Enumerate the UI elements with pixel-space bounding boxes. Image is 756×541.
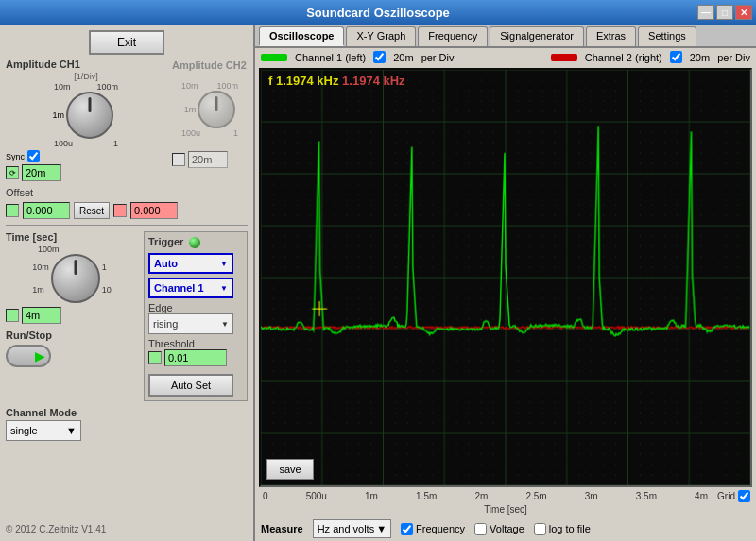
amplitude-ch2-label: Amplitude CH2	[172, 59, 247, 71]
log-checkbox[interactable]	[534, 523, 546, 535]
time-knob-mid-right: 1	[102, 262, 112, 272]
close-button[interactable]: ✕	[735, 5, 752, 20]
time-trigger-row: Time [sec] 100m 10m 1m 1 10	[6, 231, 248, 401]
ch1-checkbox[interactable]	[373, 51, 386, 63]
time-input[interactable]	[22, 307, 61, 324]
exit-button[interactable]: Exit	[89, 30, 164, 55]
x-label-1.5m: 1.5m	[416, 491, 437, 501]
reset-button[interactable]: Reset	[74, 202, 110, 219]
tab-settings[interactable]: Settings	[638, 26, 696, 46]
ch1-knob-left: 1m	[52, 110, 64, 120]
voltage-label: Voltage	[490, 523, 524, 534]
edge-value: rising	[153, 318, 178, 330]
ch2-div-input[interactable]	[188, 151, 228, 168]
tab-xy-graph[interactable]: X-Y Graph	[346, 26, 416, 46]
ch2-knob-bot-right: 1	[233, 128, 238, 138]
ch2-div-icon	[172, 153, 185, 166]
amplitude-ch1-knob[interactable]	[66, 92, 113, 139]
ch1-div-icon: ⟳	[6, 166, 19, 179]
x-label-1m: 1m	[365, 491, 378, 501]
ch1-knob-top-left: 10m	[54, 82, 71, 92]
run-stop-label: Run/Stop	[6, 330, 138, 341]
trigger-led	[189, 237, 200, 248]
grid-label: Grid	[717, 491, 735, 501]
trigger-channel-arrow: ▼	[220, 284, 228, 293]
threshold-label: Threshold	[148, 338, 243, 349]
voltage-checkbox[interactable]	[474, 523, 487, 535]
trigger-channel-dropdown[interactable]: Channel 1 ▼	[148, 278, 233, 298]
ch2-per-div-label: per Div	[717, 52, 750, 63]
x-label-2m: 2m	[474, 491, 488, 501]
x-label-3.5m: 3.5m	[636, 491, 657, 501]
unit-div-label: [1/Div]	[6, 72, 166, 81]
threshold-input[interactable]	[164, 349, 227, 366]
ch1-knob-mid-top: 100m	[96, 82, 118, 92]
sync-checkbox[interactable]	[27, 150, 40, 162]
trigger-mode-arrow: ▼	[220, 260, 228, 268]
freq-value2: 1.1974	[342, 74, 380, 88]
tab-oscilloscope[interactable]: Oscilloscope	[259, 26, 344, 46]
measure-dropdown[interactable]: Hz and volts ▼	[313, 519, 391, 538]
x-label-0: 0	[263, 491, 268, 501]
grid-checkbox[interactable]	[738, 490, 750, 502]
channel-mode-arrow: ▼	[66, 425, 77, 436]
copyright: © 2012 C.Zeitnitz V1.41	[6, 524, 106, 534]
save-button[interactable]: save	[266, 459, 314, 480]
frequency-checkbox[interactable]	[401, 523, 413, 535]
channel-mode-value: single	[10, 425, 38, 436]
title-bar: Soundcard Oszilloscope — □ ✕	[0, 0, 756, 25]
right-panel: Oscilloscope X-Y Graph Frequency Signalg…	[255, 25, 756, 541]
offset-ch1-icon	[6, 204, 19, 217]
time-knob[interactable]	[51, 254, 100, 303]
x-label-500u: 500u	[306, 491, 327, 501]
time-knob-bot-right: 10	[102, 285, 112, 295]
channel-mode-select[interactable]: single ▼	[6, 420, 81, 441]
ch1-knob-bot-left: 100u	[54, 139, 73, 148]
trigger-mode-dropdown[interactable]: Auto ▼	[148, 253, 233, 274]
ch2-knob-top-left: 10m	[181, 81, 198, 91]
trigger-mode-value: Auto	[154, 258, 178, 269]
window-controls[interactable]: — □ ✕	[697, 5, 752, 20]
x-label-3m: 3m	[585, 491, 598, 501]
minimize-button[interactable]: —	[697, 5, 714, 20]
auto-set-button[interactable]: Auto Set	[148, 374, 233, 397]
voltage-check-label[interactable]: Voltage	[474, 523, 524, 535]
amplitude-ch2-knob[interactable]	[198, 91, 235, 128]
measure-dropdown-arrow: ▼	[376, 523, 387, 534]
freq-unit: kHz	[317, 74, 338, 88]
tab-bar: Oscilloscope X-Y Graph Frequency Signalg…	[255, 25, 756, 48]
trigger-section: Trigger Auto ▼ Channel 1 ▼ Edge rising ▼…	[144, 231, 248, 401]
time-div-icon	[6, 309, 19, 322]
ch1-per-div-label: per Div	[421, 52, 455, 63]
tab-frequency[interactable]: Frequency	[418, 26, 488, 46]
time-knob-bot-left: 1m	[32, 285, 49, 295]
left-panel: Exit Amplitude CH1 [1/Div] 10m 100m 1m	[0, 25, 255, 541]
offset-ch1-input[interactable]	[23, 202, 70, 219]
ch1-color-indicator	[261, 54, 287, 61]
measure-dropdown-value: Hz and volts	[318, 523, 375, 534]
freq-unit2: kHz	[384, 74, 405, 88]
ch2-checkbox[interactable]	[670, 51, 682, 63]
time-knob-top: 100m	[38, 245, 60, 254]
ch1-div-input[interactable]	[22, 164, 61, 181]
ch2-knob-mid-top: 100m	[216, 81, 238, 91]
log-check-label[interactable]: log to file	[534, 523, 591, 535]
x-axis-labels: 0 500u 1m 1.5m 2m 2.5m 3m 3.5m 4m	[261, 491, 710, 501]
ch1-knob-bot-right: 1	[113, 139, 118, 148]
trigger-title: Trigger	[148, 236, 183, 247]
x-axis-container: 0 500u 1m 1.5m 2m 2.5m 3m 3.5m 4m Grid	[255, 489, 756, 503]
time-section: Time [sec] 100m 10m 1m 1 10	[6, 231, 138, 401]
window-title: Soundcard Oszilloscope	[306, 6, 450, 20]
edge-dropdown[interactable]: rising ▼	[148, 313, 233, 334]
log-label: log to file	[549, 523, 591, 534]
oscilloscope-canvas	[261, 70, 750, 485]
time-label: Time [sec]	[6, 231, 138, 243]
tab-signalgenerator[interactable]: Signalgenerator	[490, 26, 584, 46]
run-stop-toggle[interactable]	[6, 345, 51, 367]
tab-extras[interactable]: Extras	[586, 26, 636, 46]
ch1-label: Channel 1 (left)	[295, 52, 366, 63]
freq-display: f 1.1974 kHz 1.1974 kHz	[268, 74, 405, 88]
maximize-button[interactable]: □	[716, 5, 733, 20]
offset-ch2-input[interactable]	[130, 202, 178, 219]
frequency-check-label[interactable]: Frequency	[401, 523, 465, 535]
